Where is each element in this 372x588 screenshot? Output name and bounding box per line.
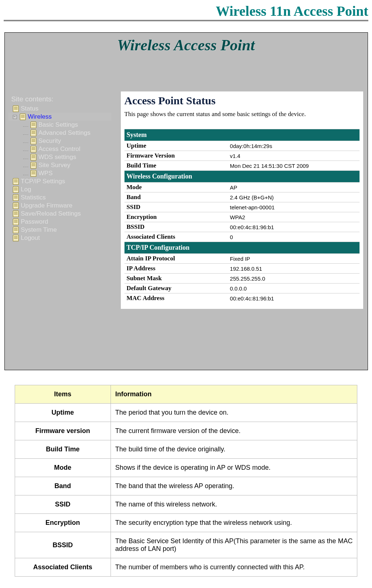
table-row: Associated ClientsThe number of members … [15,558,357,577]
tree-connector-icon [23,123,28,127]
row-value: WPA2 [228,212,359,222]
document-icon [30,146,36,152]
sidebar-item-log[interactable]: Log [8,185,111,194]
table-row: BandThe band that the wireless AP operat… [15,477,357,495]
sidebar-item-label: Save/Reload Settings [21,210,81,217]
sidebar-item-password[interactable]: Password [8,218,111,226]
row-value: Mon Dec 21 14:51:30 CST 2009 [228,161,359,171]
row-label: Mode [124,183,228,192]
document-icon [13,105,19,112]
banner-title: Wireless Access Point [5,36,368,54]
row-label: SSID [124,202,228,212]
document-icon [13,194,19,201]
document-icon [30,170,36,177]
sidebar-item-label: Advanced Settings [39,129,91,137]
sidebar-item-tcp-ip-settings[interactable]: TCP/IP Settings [8,177,111,185]
sidebar-item-label: WPS [39,170,53,177]
document-icon [30,138,36,144]
table-row: Firmware Versionv1.4 [124,151,360,161]
def-info: The period that you turn the device on. [111,404,357,422]
def-info: The Basic Service Set Identity of this A… [111,532,357,558]
sidebar-item-advanced-settings[interactable]: Advanced Settings [8,129,111,137]
table-header-row: Items Information [15,385,357,404]
section-header: Wireless Configuration [124,171,360,183]
document-icon [13,186,19,193]
row-label: Encryption [124,212,228,222]
def-info: The band that the wireless AP operating. [111,477,357,495]
row-value: 00:e0:4c:81:96:b1 [228,222,359,232]
row-value: AP [228,183,359,192]
table-row: ModeAP [124,183,360,192]
sidebar-item-wireless[interactable]: −Wireless [8,113,111,121]
sidebar-item-status[interactable]: Status [8,105,111,113]
def-item: Band [15,477,111,495]
row-value: telenet-apn-00001 [228,202,359,212]
sidebar-item-label: Logout [21,234,40,242]
document-icon [13,235,19,241]
content-title: Access Point Status [124,94,360,107]
section-header-row: Wireless Configuration [124,171,360,183]
table-row: Build TimeMon Dec 21 14:51:30 CST 2009 [124,161,360,171]
sidebar-item-label: Basic Settings [39,121,78,129]
sidebar-item-wps[interactable]: WPS [8,169,111,177]
sidebar-item-label: Password [21,218,48,226]
sidebar-item-label: Log [21,186,31,193]
sidebar-item-basic-settings[interactable]: Basic Settings [8,121,111,129]
tree-connector-icon [23,140,28,143]
header-information: Information [111,385,357,404]
section-header: TCP/IP Configuration [124,242,360,254]
table-row: Firmware versionThe current firmware ver… [15,422,357,440]
document-icon [13,202,19,209]
table-row: Subnet Mask255.255.255.0 [124,274,360,284]
section-header-row: System [124,129,360,141]
row-value: 0 [228,232,359,242]
tree-connector-icon [23,131,28,135]
table-row: UptimeThe period that you turn the devic… [15,404,357,422]
document-icon [13,219,19,225]
table-row: ModeShows if the device is operating in … [15,459,357,477]
sidebar-item-label: Access Control [39,145,80,153]
row-value: 00:e0:4c:81:96:b1 [228,293,359,303]
sidebar-item-label: Status [21,105,39,112]
def-item: Build Time [15,440,111,459]
sidebar-item-upgrade-firmware[interactable]: Upgrade Firmware [8,202,111,210]
def-item: BSSID [15,532,111,558]
def-item: Encryption [15,514,111,532]
sidebar-item-label: WDS settings [39,154,76,161]
content-intro: This page shows the current status and s… [124,111,360,118]
row-value: 255.255.255.0 [228,274,359,284]
table-row: Band2.4 GHz (B+G+N) [124,192,360,202]
row-value: Fixed IP [228,254,359,264]
document-icon [13,178,19,185]
row-label: BSSID [124,222,228,232]
sidebar-item-label: Upgrade Firmware [21,202,73,209]
row-label: Firmware Version [124,151,228,161]
expander-icon[interactable]: − [13,115,17,119]
sidebar-item-access-control[interactable]: Access Control [8,145,111,153]
row-label: MAC Address [124,293,228,303]
table-row: EncryptionThe security encryption type t… [15,514,357,532]
def-info: Shows if the device is operating in AP o… [111,459,357,477]
sidebar-item-logout[interactable]: Logout [8,234,111,242]
table-row: Default Gateway0.0.0.0 [124,284,360,293]
document-icon [13,210,19,217]
sidebar-item-wds-settings[interactable]: WDS settings [8,153,111,161]
sidebar-item-save-reload-settings[interactable]: Save/Reload Settings [8,210,111,218]
sidebar-item-statistics[interactable]: Statistics [8,194,111,202]
document-icon [13,227,19,233]
sidebar-item-label: TCP/IP Settings [21,178,65,185]
def-item: Mode [15,459,111,477]
sidebar-item-site-survey[interactable]: Site Survey [8,161,111,169]
document-icon [30,154,36,160]
row-value: v1.4 [228,151,359,161]
table-row: Attain IP ProtocolFixed IP [124,254,360,264]
table-row: SSIDThe name of this wireless network. [15,495,357,514]
def-info: The security encryption type that the wi… [111,514,357,532]
sidebar-item-system-time[interactable]: System Time [8,226,111,234]
row-label: Attain IP Protocol [124,254,228,264]
table-row: BSSID00:e0:4c:81:96:b1 [124,222,360,232]
document-icon [30,122,36,128]
table-row: Uptime0day:0h:14m:29s [124,141,360,151]
sidebar-item-security[interactable]: Security [8,137,111,145]
sidebar-item-label: System Time [21,226,57,234]
